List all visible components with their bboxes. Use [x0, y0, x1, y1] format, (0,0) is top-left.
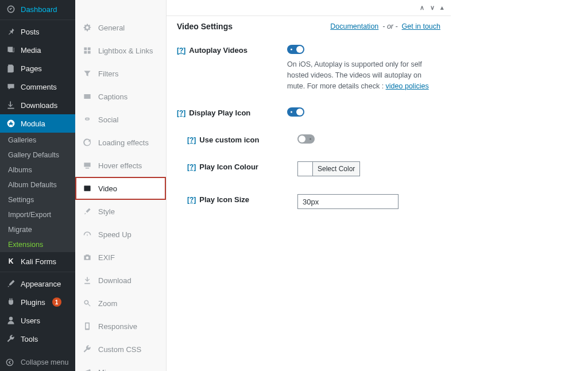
sub-item-extensions[interactable]: Extensions	[0, 237, 75, 252]
admin-item-label: Posts	[21, 28, 40, 36]
panel-up-icon[interactable]: ∧	[420, 4, 424, 11]
tab-lightbox[interactable]: Lightbox & Links	[75, 39, 166, 62]
sub-item-gallery-defaults[interactable]: Gallery Defaults	[0, 148, 75, 163]
collapse-menu[interactable]: Collapse menu	[0, 354, 75, 371]
admin-item-modula[interactable]: Modula	[0, 114, 75, 133]
tab-general[interactable]: General	[75, 16, 166, 39]
tab-social[interactable]: Social	[75, 108, 166, 131]
select-color-button[interactable]: Select Color	[312, 161, 360, 176]
media-icon	[6, 45, 16, 55]
collapse-label: Collapse menu	[21, 358, 68, 366]
admin-item-label: Dashboard	[21, 5, 57, 14]
field-label: Display Play Icon	[189, 109, 250, 117]
settings-content: Video Settings Documentation - or - Get …	[167, 16, 451, 371]
play-icon-size-input[interactable]	[297, 194, 399, 209]
tab-zoom[interactable]: Zoom	[75, 292, 166, 315]
comments-icon	[6, 82, 16, 92]
dashboard-icon	[6, 4, 16, 14]
tab-label: General	[98, 24, 125, 32]
tab-loading[interactable]: Loading effects	[75, 131, 166, 154]
admin-item-label: Comments	[21, 83, 57, 91]
sub-item-settings[interactable]: Settings	[0, 192, 75, 207]
sub-item-albums[interactable]: Albums	[0, 163, 75, 177]
wrench-icon	[6, 334, 16, 344]
admin-item-users[interactable]: Users	[0, 311, 75, 330]
tab-label: EXIF	[98, 253, 115, 262]
tab-exif[interactable]: EXIF	[75, 246, 166, 269]
contact-link[interactable]: Get in touch	[402, 22, 440, 30]
share-icon	[82, 367, 92, 371]
admin-item-plugins[interactable]: Plugins 1	[0, 293, 75, 311]
tab-filters[interactable]: Filters	[75, 62, 166, 85]
help-icon[interactable]: [?]	[187, 136, 196, 144]
caption-icon	[82, 91, 92, 102]
help-icon[interactable]: [?]	[177, 109, 185, 117]
tab-label: Lightbox & Links	[98, 47, 153, 55]
admin-item-tools[interactable]: Tools	[0, 330, 75, 348]
help-icon[interactable]: [?]	[187, 163, 196, 171]
camera-icon	[82, 252, 92, 262]
autoplay-toggle[interactable]	[287, 45, 304, 54]
panel-down-icon[interactable]: ∨	[430, 4, 435, 11]
admin-item-appearance[interactable]: Appearance	[0, 275, 75, 293]
content-header: Video Settings Documentation - or - Get …	[177, 22, 440, 37]
tab-hover[interactable]: Hover effects	[75, 154, 166, 177]
tab-speed[interactable]: Speed Up	[75, 223, 166, 246]
color-picker[interactable]: Select Color	[297, 161, 360, 176]
admin-item-label: Appearance	[21, 280, 61, 288]
collapse-icon	[6, 358, 16, 366]
admin-item-label: Downloads	[21, 101, 57, 110]
grid-icon	[82, 45, 92, 56]
admin-item-downloads[interactable]: Downloads	[0, 96, 75, 114]
custom-icon-toggle[interactable]	[297, 134, 315, 144]
admin-item-dashboard[interactable]: Dashboard	[0, 0, 75, 18]
admin-item-pages[interactable]: Pages	[0, 59, 75, 78]
tab-video[interactable]: Video	[75, 177, 166, 200]
help-icon[interactable]: [?]	[177, 47, 185, 55]
admin-item-label: Pages	[21, 64, 42, 73]
tab-custom-css[interactable]: Custom CSS	[75, 338, 166, 361]
tab-misc[interactable]: Misc	[75, 361, 166, 371]
field-label: Autoplay Videos	[189, 46, 247, 55]
display-play-toggle[interactable]	[287, 107, 304, 117]
admin-item-label: Plugins	[21, 298, 45, 307]
tab-label: Custom CSS	[98, 345, 141, 354]
download-icon	[82, 275, 92, 285]
admin-item-kali-forms[interactable]: K Kali Forms	[0, 252, 75, 270]
plugin-update-badge: 1	[52, 297, 61, 307]
tab-label: Download	[98, 276, 131, 285]
admin-sidebar: Dashboard Posts Media Pages Comments Dow…	[0, 0, 75, 371]
field-play-icon-colour: [?] Play Icon Colour Select Color	[177, 153, 440, 186]
admin-item-media[interactable]: Media	[0, 41, 75, 59]
panel-collapse-icon[interactable]: ▴	[440, 4, 444, 11]
documentation-link[interactable]: Documentation	[330, 22, 378, 30]
tab-captions[interactable]: Captions	[75, 85, 166, 108]
phone-icon	[82, 321, 92, 331]
field-label: Play Icon Size	[199, 195, 249, 204]
sub-item-album-defaults[interactable]: Album Defaults	[0, 177, 75, 192]
gear-icon	[82, 22, 92, 33]
refresh-icon	[82, 137, 92, 148]
field-label: Play Icon Colour	[199, 163, 258, 171]
right-gutter	[451, 0, 588, 371]
sub-item-galleries[interactable]: Galleries	[0, 133, 75, 148]
tab-label: Responsive	[98, 322, 137, 331]
tab-style[interactable]: Style	[75, 200, 166, 223]
tab-label: Hover effects	[98, 161, 142, 170]
gauge-icon	[82, 229, 92, 239]
user-icon	[6, 315, 16, 326]
video-policies-link[interactable]: video policies	[386, 82, 429, 90]
svg-point-0	[6, 359, 13, 365]
sub-item-import-export[interactable]: Import/Export	[0, 207, 75, 222]
tab-download[interactable]: Download	[75, 269, 166, 292]
admin-item-posts[interactable]: Posts	[0, 22, 75, 41]
plugin-icon	[6, 297, 16, 307]
help-icon[interactable]: [?]	[187, 196, 196, 204]
funnel-icon	[82, 68, 92, 79]
field-custom-icon: [?] Use custom icon	[177, 126, 440, 153]
sub-item-migrate[interactable]: Migrate	[0, 222, 75, 237]
field-label: Use custom icon	[199, 136, 259, 144]
tab-responsive[interactable]: Responsive	[75, 315, 166, 338]
field-display-play: [?] Display Play Icon	[177, 99, 440, 126]
admin-item-comments[interactable]: Comments	[0, 78, 75, 96]
